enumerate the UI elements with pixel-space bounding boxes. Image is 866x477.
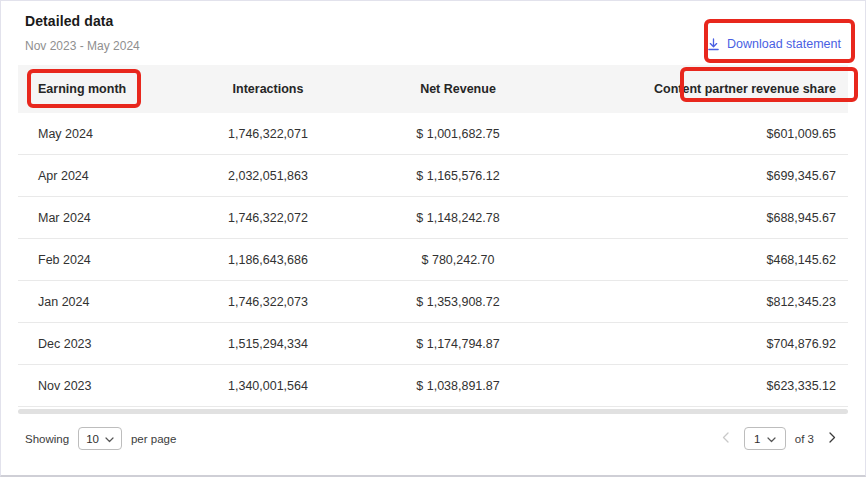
cell-interactions: 1,186,643,686: [178, 253, 358, 267]
cell-net-revenue: $ 1,038,891.87: [358, 379, 558, 393]
table-row: Nov 2023 1,340,001,564 $ 1,038,891.87 $6…: [18, 365, 848, 407]
cell-interactions: 1,515,294,334: [178, 337, 358, 351]
showing-label: Showing: [25, 433, 69, 445]
previous-page-button[interactable]: [717, 430, 735, 448]
cell-revenue-share: $623,335.12: [558, 379, 848, 393]
cell-interactions: 1,746,322,071: [178, 127, 358, 141]
table-row: Feb 2024 1,186,643,686 $ 780,242.70 $468…: [18, 239, 848, 281]
page-size-select[interactable]: 10: [78, 427, 122, 450]
page-size-value: 10: [86, 433, 99, 445]
column-header-net-revenue: Net Revenue: [358, 82, 558, 96]
table-body: May 2024 1,746,322,071 $ 1,001,682.75 $6…: [18, 113, 848, 407]
chevron-left-icon: [722, 431, 729, 446]
cell-net-revenue: $ 1,174,794.87: [358, 337, 558, 351]
column-header-interactions: Interactions: [178, 82, 358, 96]
column-header-content-partner-revenue-share: Content partner revenue share: [558, 82, 848, 96]
card-header: Detailed data Nov 2023 - May 2024 Downlo…: [1, 1, 865, 65]
table-row: Apr 2024 2,032,051,863 $ 1,165,576.12 $6…: [18, 155, 848, 197]
cell-revenue-share: $699,345.67: [558, 169, 848, 183]
page-size-control: Showing 10 per page: [25, 427, 176, 450]
cell-revenue-share: $601,009.65: [558, 127, 848, 141]
cell-revenue-share: $812,345.23: [558, 295, 848, 309]
cell-earning-month: Dec 2023: [18, 337, 178, 351]
page-select[interactable]: 1: [744, 427, 786, 450]
download-icon: [707, 38, 720, 51]
page-count-label: of 3: [795, 433, 814, 445]
table-row: Jan 2024 1,746,322,073 $ 1,353,908.72 $8…: [18, 281, 848, 323]
cell-interactions: 1,340,001,564: [178, 379, 358, 393]
cell-net-revenue: $ 780,242.70: [358, 253, 558, 267]
cell-net-revenue: $ 1,001,682.75: [358, 127, 558, 141]
chevron-down-icon: [105, 433, 114, 445]
table-footer: Showing 10 per page 1 of 3: [1, 414, 865, 450]
download-statement-label: Download statement: [727, 37, 841, 51]
cell-earning-month: Nov 2023: [18, 379, 178, 393]
cell-revenue-share: $688,945.67: [558, 211, 848, 225]
table-row: Dec 2023 1,515,294,334 $ 1,174,794.87 $7…: [18, 323, 848, 365]
per-page-label: per page: [131, 433, 176, 445]
cell-earning-month: Apr 2024: [18, 169, 178, 183]
cell-net-revenue: $ 1,353,908.72: [358, 295, 558, 309]
next-page-button[interactable]: [823, 430, 841, 448]
cell-interactions: 2,032,051,863: [178, 169, 358, 183]
detailed-data-card: Detailed data Nov 2023 - May 2024 Downlo…: [0, 0, 866, 477]
chevron-right-icon: [829, 431, 836, 446]
cell-revenue-share: $704,876.92: [558, 337, 848, 351]
column-header-earning-month: Earning month: [18, 82, 178, 96]
download-statement-link[interactable]: Download statement: [707, 37, 841, 51]
table-row: May 2024 1,746,322,071 $ 1,001,682.75 $6…: [18, 113, 848, 155]
chevron-down-icon: [767, 433, 776, 445]
current-page-value: 1: [754, 433, 760, 445]
cell-net-revenue: $ 1,165,576.12: [358, 169, 558, 183]
cell-earning-month: Feb 2024: [18, 253, 178, 267]
cell-earning-month: May 2024: [18, 127, 178, 141]
cell-earning-month: Mar 2024: [18, 211, 178, 225]
table-header-row: Earning month Interactions Net Revenue C…: [18, 65, 848, 113]
page-title: Detailed data: [25, 13, 841, 29]
pagination-control: 1 of 3: [717, 427, 841, 450]
cell-net-revenue: $ 1,148,242.78: [358, 211, 558, 225]
cell-interactions: 1,746,322,073: [178, 295, 358, 309]
cell-revenue-share: $468,145.62: [558, 253, 848, 267]
table-row: Mar 2024 1,746,322,072 $ 1,148,242.78 $6…: [18, 197, 848, 239]
cell-interactions: 1,746,322,072: [178, 211, 358, 225]
cell-earning-month: Jan 2024: [18, 295, 178, 309]
earnings-table: Earning month Interactions Net Revenue C…: [18, 65, 848, 407]
